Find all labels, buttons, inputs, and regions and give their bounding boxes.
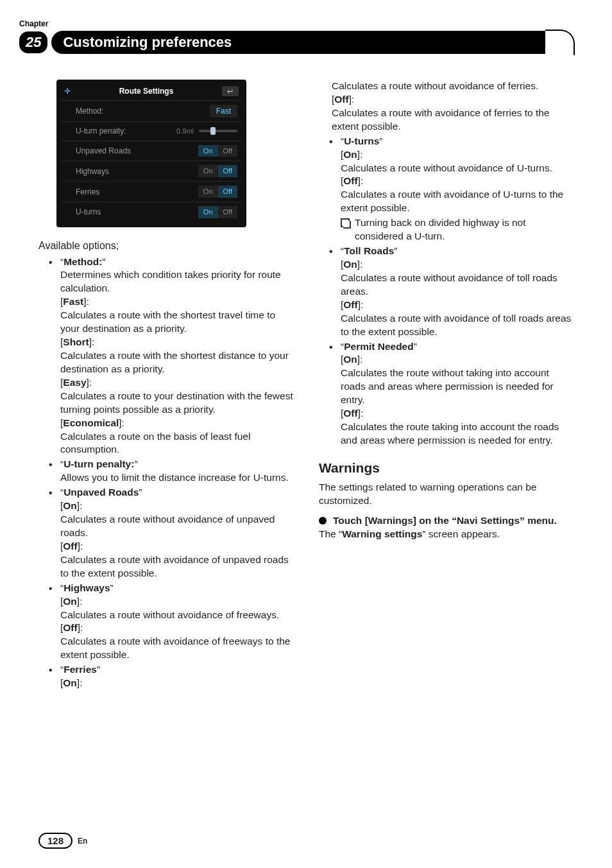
chapter-label: Chapter [19,19,574,28]
ss-method-value[interactable]: Fast [210,105,237,117]
left-column: ✛ Route Settings ↩ Method: Fast U-turn p… [38,80,293,691]
ferries-on-tag-left: On [63,677,77,688]
unpaved-off-desc: Calculates a route with avoidance of unp… [60,553,293,580]
uturns-off-tag: Off [343,175,357,186]
step-bullet-icon [319,517,327,525]
permit-on-desc: Calculates the route without taking into… [341,367,574,407]
toll-name: Toll Roads [344,245,394,256]
method-economical-tag: Economical [63,417,119,428]
toll-off-desc: Calculates a route with avoidance of tol… [341,312,574,339]
ss-unpaved-off[interactable]: Off [218,145,237,157]
chapter-number-badge: 25 [19,31,47,53]
available-options-label: Available options; [38,239,293,253]
item-permit: “Permit Needed” [On]: Calculates the rou… [341,340,574,447]
toll-off-tag: Off [343,299,357,310]
unpaved-off-tag: Off [63,541,77,551]
page-number: 128 [38,833,72,849]
method-fast-tag: Fast [63,296,83,307]
unpaved-on-desc: Calculates a route without avoidance of … [60,513,293,540]
header-row: 25 Customizing preferences [19,31,574,54]
permit-off-tag: Off [343,408,357,419]
item-uturns: “U-turns” [On]: Calculates a route witho… [341,135,574,243]
ss-ferries-on[interactable]: On [198,186,218,198]
uturns-on-desc: Calculates a route without avoidance of … [341,162,574,175]
item-uturn-penalty: “U-turn penalty:” Allows you to limit th… [60,458,293,485]
method-economical-desc: Calculates a route on the basis of least… [60,430,293,457]
highways-off-desc: Calculates a route with avoidance of fre… [60,635,293,662]
item-toll: “Toll Roads” [On]: Calculates a route wi… [341,245,574,338]
permit-name: Permit Needed [344,341,414,352]
ss-uturn-penalty-label: U-turn penalty: [65,126,176,136]
toll-on-tag: On [343,259,357,270]
uturns-note: Turning back on divided highway is not c… [355,216,574,243]
ss-unpaved-on[interactable]: On [198,145,218,157]
header-curve [545,30,575,55]
ss-ferries-toggle[interactable]: On Off [198,186,237,198]
highways-on-tag: On [63,596,77,607]
toll-on-desc: Calculates a route without avoidance of … [341,272,574,299]
ss-row-uturns[interactable]: U-turns On Off [62,202,241,222]
ss-uturns-off[interactable]: Off [218,206,237,218]
ss-row-unpaved[interactable]: Unpaved Roads On Off [62,141,241,161]
ss-ferries-label: Ferries [65,187,198,197]
ferries-name: Ferries [64,664,97,675]
embedded-screenshot: ✛ Route Settings ↩ Method: Fast U-turn p… [56,80,246,227]
right-column: Calculates a route without avoidance of … [319,80,574,691]
method-easy-tag: Easy [63,377,86,388]
uturns-on-tag: On [343,149,357,160]
ferries-off-desc: Calculates a route with avoidance of fer… [332,107,574,134]
page-title: Customizing preferences [63,34,232,51]
item-highways: “Highways” [On]: Calculates a route with… [60,582,293,663]
ferries-off-tag: Off [334,94,348,105]
ss-row-method[interactable]: Method: Fast [62,100,241,121]
item-unpaved: “Unpaved Roads” [On]: Calculates a route… [60,486,293,580]
ss-row-ferries[interactable]: Ferries On Off [62,181,241,202]
uturns-name: U-turns [344,135,379,146]
ss-row-uturn-penalty[interactable]: U-turn penalty: 0.9mi [62,121,241,140]
method-fast-desc: Calculates a route with the shortest tra… [60,309,293,336]
item-ferries: “Ferries” [On]: [60,663,293,690]
method-short-tag: Short [63,336,89,347]
ss-uturns-on[interactable]: On [198,206,218,218]
highways-off-tag: Off [63,622,77,633]
ss-highways-on[interactable]: On [198,165,218,177]
footer: 128 En [38,833,87,849]
uturn-penalty-desc: Allows you to limit the distance increas… [60,471,293,485]
ss-uturns-label: U-turns [65,207,198,217]
ss-uturns-toggle[interactable]: On Off [198,206,237,218]
permit-off-desc: Calculates the route taking into account… [341,421,574,447]
ss-highways-label: Highways [65,166,198,177]
method-short-desc: Calculates a route with the shortest dis… [60,349,293,376]
unpaved-name: Unpaved Roads [64,487,139,498]
ferries-on-desc: Calculates a route without avoidance of … [332,80,574,93]
ss-ferries-off[interactable]: Off [218,186,237,198]
ss-highways-off[interactable]: Off [218,165,237,177]
highways-name: Highways [64,582,110,593]
method-name: Method: [64,256,102,267]
ss-unpaved-toggle[interactable]: On Off [198,145,237,157]
uturns-off-desc: Calculates a route with avoidance of U-t… [341,188,574,215]
back-icon[interactable]: ↩ [222,86,239,96]
note-icon [341,218,350,227]
ss-highways-toggle[interactable]: On Off [198,165,237,177]
ss-unpaved-label: Unpaved Roads [65,146,198,156]
gps-icon: ✛ [64,86,71,96]
ss-uturn-penalty-dist: 0.9mi [176,126,194,136]
method-desc: Determines which condition takes priorit… [60,268,293,295]
header-bar: Customizing preferences [51,31,574,54]
language-code: En [78,837,87,846]
warnings-heading: Warnings [319,459,574,477]
item-method: “Method:” Determines which condition tak… [60,256,293,457]
permit-on-tag: On [343,354,357,365]
unpaved-on-tag: On [63,500,77,511]
ss-method-label: Method: [65,106,210,116]
uturn-penalty-name: U-turn penalty: [64,458,134,469]
warnings-intro: The settings related to warning operatio… [319,481,574,508]
screenshot-title: Route Settings [119,86,174,96]
highways-on-desc: Calculates a route without avoidance of … [60,609,293,622]
warnings-step: Touch [Warnings] on the “Navi Settings” … [333,514,557,528]
method-easy-desc: Calculates a route to your destination w… [60,390,293,417]
ss-row-highways[interactable]: Highways On Off [62,161,241,181]
warnings-result: The “Warning settings” screen appears. [319,528,574,541]
ss-uturn-penalty-slider[interactable] [199,130,237,132]
